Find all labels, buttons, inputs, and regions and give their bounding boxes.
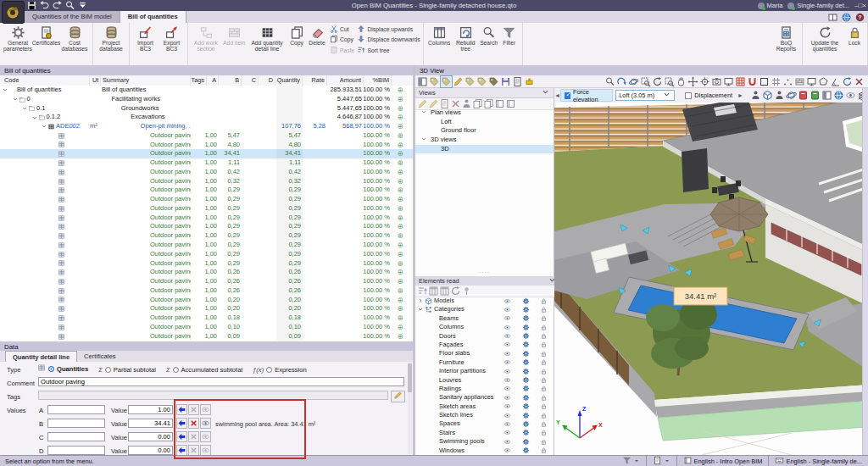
expand-icon[interactable] [41, 123, 47, 130]
type-option-quantities[interactable]: Quantities [37, 363, 88, 374]
cost-databases-button[interactable]: Cost databases [59, 24, 90, 53]
value-input-d[interactable] [128, 446, 173, 455]
tag-group-icon[interactable] [476, 76, 487, 87]
row-info-icon[interactable]: ⊕ [395, 141, 405, 150]
displace-downwards-button[interactable]: Displace downwards [357, 35, 420, 46]
data-panel-scrollbar[interactable] [408, 362, 412, 454]
boq-row-detail[interactable]: Outdoor paving1,0034,4134,41100.00 %⊕ [0, 149, 413, 158]
eye-view-icon[interactable] [845, 90, 856, 101]
column-header-a[interactable]: A [197, 75, 219, 86]
red-card-icon[interactable] [798, 90, 809, 101]
boq-row-detail[interactable]: Outdoor paving1,000,290,29100.00 %⊕ [0, 250, 413, 259]
update-the-quantities-button[interactable]: Update the quantities [805, 24, 844, 53]
boq-row-bill-of-quantities[interactable]: Bill of quantitiesBill of quantities285.… [0, 86, 413, 95]
collapse-rows-icon[interactable] [417, 286, 428, 297]
row-info-icon[interactable]: ⊕ [395, 268, 405, 277]
video-icon[interactable] [723, 76, 734, 87]
element-row-models[interactable]: Models [415, 297, 554, 305]
boq-reports-button[interactable]: BoQ Reports [773, 24, 799, 53]
tab-quantities-of-the-bim-model[interactable]: Quantities of the BIM model [25, 11, 120, 23]
tag-selected-icon[interactable] [441, 76, 452, 87]
element-row-beams[interactable]: Beams [415, 314, 554, 323]
columns-button[interactable]: Columns [426, 24, 453, 53]
boq-row-0-1-2[interactable]: 0.1.2Excavations4.646,87100.00 %⊕ [0, 113, 413, 122]
force-elevation-chip[interactable]: Force elevation [560, 89, 613, 102]
element-row-louvres[interactable]: Louvres [415, 376, 554, 385]
expand-icon[interactable] [21, 105, 28, 112]
boq-row-detail[interactable]: Outdoor paving1,000,290,29100.00 %⊕ [0, 222, 413, 231]
expand-icon[interactable] [12, 96, 19, 103]
row-info-icon[interactable]: ⊕ [395, 158, 405, 168]
element-row-swimming-pools[interactable]: Swimming pools [415, 437, 554, 446]
element-row-columns[interactable]: Columns [415, 323, 554, 331]
add-quantity-detail-line-button[interactable]: Add quantity detail line [248, 24, 287, 53]
close-view-icon[interactable] [854, 76, 865, 87]
row-info-icon[interactable]: ⊕ [395, 241, 405, 250]
grid-icon[interactable] [771, 76, 782, 87]
green-card-icon[interactable] [810, 90, 821, 101]
cut-button[interactable]: Cut [330, 24, 354, 35]
help-icon[interactable]: ? [854, 12, 865, 23]
view-ground-floor[interactable]: Ground floor [415, 126, 554, 136]
boq-row-0-1[interactable]: 0.1Groundworks5.447,65100.00 %⊕ [0, 104, 413, 114]
displacement-checkbox[interactable] [685, 92, 692, 99]
snapshot-icon[interactable] [711, 76, 722, 87]
row-info-icon[interactable]: ⊕ [395, 214, 405, 223]
layout-1-icon[interactable] [428, 286, 439, 297]
search-icon[interactable] [64, 0, 75, 11]
user-chip[interactable]: Maria [758, 2, 783, 9]
boq-row-detail[interactable]: Outdoor paving1,004,804,80100.00 %⊕ [0, 141, 413, 150]
snap-points-icon[interactable] [782, 76, 793, 87]
view-3d-views[interactable]: 3D views [415, 136, 554, 145]
row-info-icon[interactable]: ⊕ [395, 231, 405, 241]
move-icon[interactable] [687, 76, 698, 87]
person-icon[interactable] [750, 90, 761, 101]
column-header-d[interactable]: D [259, 75, 275, 86]
status-item-filter[interactable] [616, 456, 646, 466]
expand-icon[interactable] [420, 136, 427, 146]
element-row-sketch-areas[interactable]: Sketch areas [415, 402, 554, 411]
boq-row-detail[interactable]: Outdoor paving1,000,290,29100.00 %⊕ [0, 186, 413, 195]
view3d-viewport[interactable]: ◄ Force elevation Loft (3.05 m) Displace… [554, 88, 868, 455]
column-header-rate[interactable]: Rate [303, 75, 327, 86]
boq-row-detail[interactable]: Outdoor paving1,000,260,26100.00 %⊕ [0, 286, 413, 296]
scroll-right-icon[interactable]: ► [737, 92, 743, 98]
boq-row-ade002[interactable]: ADE002m²Open-pit mining, ...107,765,2856… [0, 122, 413, 131]
column-header-amount[interactable]: Amount [328, 75, 364, 86]
certificates-button[interactable]: Certificates [33, 24, 59, 53]
data-tab-quantity-detail-line[interactable]: Quantity detail line [5, 351, 77, 363]
zoom-extents-icon[interactable] [640, 76, 651, 87]
row-info-icon[interactable]: ⊕ [395, 195, 405, 204]
chimney-column[interactable] [682, 148, 709, 192]
row-info-icon[interactable]: ⊕ [395, 149, 405, 158]
scroll-left-icon[interactable]: ◄ [554, 92, 560, 98]
undo-icon[interactable] [39, 0, 50, 11]
angle-icon[interactable] [830, 76, 841, 87]
value-input-c[interactable] [128, 432, 173, 441]
row-info-icon[interactable]: ⊕ [395, 286, 405, 296]
edit-tags-button[interactable] [391, 391, 405, 402]
boq-row-detail[interactable]: Outdoor paving1,001,111,11100.00 %⊕ [0, 158, 413, 168]
expand-icon[interactable] [2, 86, 8, 93]
data-tab-certificates[interactable]: Certificates [77, 351, 123, 362]
monitor-icon[interactable] [806, 76, 817, 87]
magnet-icon[interactable] [747, 76, 758, 87]
element-row-furniture[interactable]: Furniture [415, 358, 554, 367]
tag-edit-icon[interactable] [453, 76, 464, 87]
app-logo-icon[interactable] [2, 1, 25, 24]
row-info-icon[interactable]: ⊕ [395, 168, 405, 177]
element-row-sanitary-appliances[interactable]: Sanitary appliances [415, 393, 554, 402]
tag-move-icon[interactable] [465, 76, 476, 87]
value-formula-b[interactable] [47, 419, 105, 428]
status-item-doc[interactable] [646, 456, 676, 466]
split-view-icon[interactable] [821, 90, 832, 101]
red-grid-icon[interactable] [735, 76, 746, 87]
value-formula-a[interactable] [47, 405, 105, 414]
boq-row-detail[interactable]: Outdoor paving1,000,100,10100.00 %⊕ [0, 323, 413, 332]
copy-button[interactable]: Copy [330, 35, 354, 46]
boq-row-detail[interactable]: Outdoor paving1,005,475,47100.00 %⊕ [0, 131, 413, 141]
boq-row-detail[interactable]: Outdoor paving1,000,290,29100.00 %⊕ [0, 231, 413, 241]
element-row-spaces[interactable]: Spaces [415, 419, 554, 428]
element-row-floor-slabs[interactable]: Floor slabs [415, 349, 554, 358]
element-row-railings[interactable]: Railings [415, 385, 554, 393]
